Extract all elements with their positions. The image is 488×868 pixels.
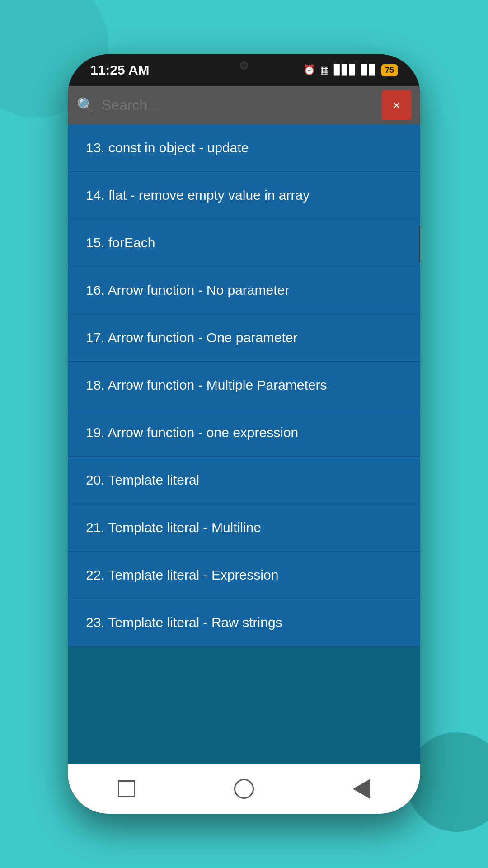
list-item-text: 13. const in object - update — [86, 140, 249, 156]
search-icon: 🔍 — [77, 97, 95, 114]
signal2-icon: ▊▊ — [361, 64, 377, 76]
list-item[interactable]: 22. Template literal - Expression — [68, 552, 420, 599]
list-item[interactable]: 16. Arrow function - No parameter — [68, 267, 420, 314]
list-item-text: 14. flat - remove empty value in array — [86, 188, 310, 203]
back-icon — [353, 779, 370, 799]
list-container: 13. const in object - update14. flat - r… — [68, 124, 420, 764]
phone-screen: 🔍 × 13. const in object - update14. flat… — [68, 86, 420, 814]
notch — [217, 54, 271, 77]
list-item[interactable]: 14. flat - remove empty value in array — [68, 172, 420, 219]
list-item-text: 16. Arrow function - No parameter — [86, 283, 289, 298]
list-item[interactable]: 19. Arrow function - one expression — [68, 409, 420, 457]
home-icon — [234, 779, 254, 799]
list-item-text: 23. Template literal - Raw strings — [86, 615, 282, 630]
alarm-icon: ⏰ — [303, 64, 315, 76]
list-item[interactable]: 18. Arrow function - Multiple Parameters — [68, 362, 420, 409]
side-button — [419, 226, 420, 262]
list-item-text: 17. Arrow function - One parameter — [86, 330, 298, 345]
list-item[interactable]: 13. const in object - update — [68, 124, 420, 172]
list-item-text: 18. Arrow function - Multiple Parameters — [86, 377, 327, 393]
status-time: 11:25 AM — [90, 62, 150, 78]
list-item-text: 21. Template literal - Multiline — [86, 520, 261, 535]
list-item[interactable]: 23. Template literal - Raw strings — [68, 599, 420, 646]
sim-icon: ▦ — [320, 64, 329, 76]
list-item-text: 15. forEach — [86, 235, 155, 250]
home-button[interactable] — [232, 777, 257, 802]
recents-button[interactable] — [114, 777, 139, 802]
signal-icon: ▊▊▊ — [334, 64, 357, 76]
list-item-text: 20. Template literal — [86, 472, 199, 488]
list-item[interactable]: 21. Template literal - Multiline — [68, 504, 420, 552]
list-item-text: 22. Template literal - Expression — [86, 567, 278, 583]
search-clear-button[interactable]: × — [382, 90, 411, 120]
status-icons: ⏰ ▦ ▊▊▊ ▊▊ 75 — [303, 64, 398, 76]
camera-dot — [240, 61, 248, 70]
list-item[interactable]: 15. forEach — [68, 219, 420, 267]
search-bar: 🔍 × — [68, 86, 420, 124]
search-input[interactable] — [102, 97, 375, 113]
list-item[interactable]: 20. Template literal — [68, 457, 420, 504]
recents-icon — [118, 780, 135, 797]
list-item[interactable]: 17. Arrow function - One parameter — [68, 314, 420, 362]
bottom-nav — [68, 764, 420, 814]
back-button[interactable] — [349, 777, 374, 802]
battery-icon: 75 — [381, 64, 398, 76]
list-item-text: 19. Arrow function - one expression — [86, 425, 298, 440]
phone-frame: 11:25 AM ⏰ ▦ ▊▊▊ ▊▊ 75 🔍 × 13. const in … — [68, 54, 420, 814]
status-bar: 11:25 AM ⏰ ▦ ▊▊▊ ▊▊ 75 — [68, 54, 420, 86]
